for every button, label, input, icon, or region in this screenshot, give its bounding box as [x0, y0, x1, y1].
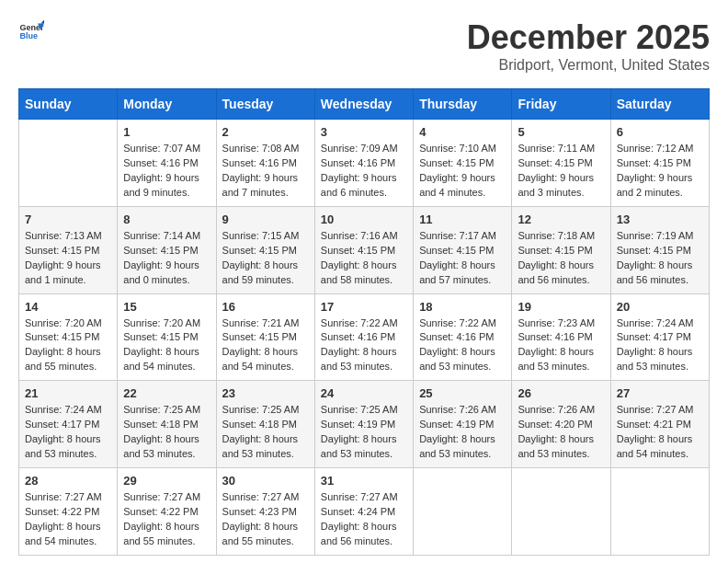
- calendar-cell: 31Sunrise: 7:27 AM Sunset: 4:24 PM Dayli…: [314, 468, 413, 556]
- day-info: Sunrise: 7:24 AM Sunset: 4:17 PM Dayligh…: [25, 403, 111, 462]
- day-info: Sunrise: 7:07 AM Sunset: 4:16 PM Dayligh…: [123, 142, 210, 201]
- location-title: Bridport, Vermont, United States: [467, 57, 710, 74]
- day-info: Sunrise: 7:20 AM Sunset: 4:15 PM Dayligh…: [25, 316, 111, 375]
- day-number: 4: [419, 125, 506, 139]
- logo-icon: General Blue: [18, 18, 44, 44]
- day-info: Sunrise: 7:18 AM Sunset: 4:15 PM Dayligh…: [518, 229, 604, 288]
- calendar-week-row: 7Sunrise: 7:13 AM Sunset: 4:15 PM Daylig…: [19, 206, 710, 293]
- day-number: 29: [123, 474, 210, 488]
- day-number: 5: [518, 125, 604, 139]
- calendar-week-row: 14Sunrise: 7:20 AM Sunset: 4:15 PM Dayli…: [19, 293, 710, 381]
- month-title: December 2025: [467, 18, 710, 57]
- svg-marker-3: [41, 19, 45, 23]
- day-number: 6: [617, 125, 703, 139]
- day-number: 13: [617, 213, 703, 226]
- day-number: 2: [222, 125, 309, 139]
- day-info: Sunrise: 7:27 AM Sunset: 4:21 PM Dayligh…: [617, 403, 703, 462]
- calendar-cell: 3Sunrise: 7:09 AM Sunset: 4:16 PM Daylig…: [314, 120, 413, 207]
- weekday-header-row: SundayMondayTuesdayWednesdayThursdayFrid…: [19, 89, 710, 120]
- day-info: Sunrise: 7:27 AM Sunset: 4:24 PM Dayligh…: [321, 490, 407, 549]
- weekday-header-monday: Monday: [118, 89, 216, 120]
- day-info: Sunrise: 7:26 AM Sunset: 4:19 PM Dayligh…: [419, 403, 506, 462]
- calendar-cell: 21Sunrise: 7:24 AM Sunset: 4:17 PM Dayli…: [19, 381, 118, 468]
- day-number: 17: [321, 300, 407, 314]
- day-number: 15: [123, 300, 210, 314]
- weekday-header-thursday: Thursday: [414, 89, 512, 120]
- calendar-cell: [610, 468, 709, 556]
- calendar-cell: 10Sunrise: 7:16 AM Sunset: 4:15 PM Dayli…: [314, 206, 413, 293]
- day-number: 3: [321, 125, 407, 139]
- day-info: Sunrise: 7:13 AM Sunset: 4:15 PM Dayligh…: [25, 229, 111, 288]
- day-info: Sunrise: 7:27 AM Sunset: 4:23 PM Dayligh…: [222, 490, 309, 549]
- calendar-cell: 8Sunrise: 7:14 AM Sunset: 4:15 PM Daylig…: [118, 206, 216, 293]
- calendar-cell: [19, 120, 118, 207]
- weekday-header-friday: Friday: [512, 89, 610, 120]
- day-info: Sunrise: 7:10 AM Sunset: 4:15 PM Dayligh…: [419, 142, 506, 201]
- day-number: 21: [25, 386, 111, 400]
- day-number: 27: [617, 386, 703, 400]
- day-info: Sunrise: 7:15 AM Sunset: 4:15 PM Dayligh…: [222, 229, 309, 288]
- calendar-cell: 1Sunrise: 7:07 AM Sunset: 4:16 PM Daylig…: [118, 120, 216, 207]
- weekday-header-tuesday: Tuesday: [216, 89, 314, 120]
- calendar-cell: 20Sunrise: 7:24 AM Sunset: 4:17 PM Dayli…: [610, 293, 709, 381]
- day-info: Sunrise: 7:22 AM Sunset: 4:16 PM Dayligh…: [321, 316, 407, 375]
- day-number: 23: [222, 386, 309, 400]
- page-header: General Blue December 2025 Bridport, Ver…: [18, 18, 710, 74]
- calendar-cell: 28Sunrise: 7:27 AM Sunset: 4:22 PM Dayli…: [19, 468, 118, 556]
- calendar-cell: 29Sunrise: 7:27 AM Sunset: 4:22 PM Dayli…: [118, 468, 216, 556]
- weekday-header-wednesday: Wednesday: [314, 89, 413, 120]
- calendar-cell: 4Sunrise: 7:10 AM Sunset: 4:15 PM Daylig…: [414, 120, 512, 207]
- calendar-cell: 9Sunrise: 7:15 AM Sunset: 4:15 PM Daylig…: [216, 206, 314, 293]
- calendar-cell: 16Sunrise: 7:21 AM Sunset: 4:15 PM Dayli…: [216, 293, 314, 381]
- calendar-cell: 19Sunrise: 7:23 AM Sunset: 4:16 PM Dayli…: [512, 293, 610, 381]
- calendar-table: SundayMondayTuesdayWednesdayThursdayFrid…: [18, 88, 710, 556]
- day-number: 19: [518, 300, 604, 314]
- calendar-cell: 11Sunrise: 7:17 AM Sunset: 4:15 PM Dayli…: [414, 206, 512, 293]
- day-info: Sunrise: 7:23 AM Sunset: 4:16 PM Dayligh…: [518, 316, 604, 375]
- calendar-cell: 27Sunrise: 7:27 AM Sunset: 4:21 PM Dayli…: [610, 381, 709, 468]
- calendar-cell: 12Sunrise: 7:18 AM Sunset: 4:15 PM Dayli…: [512, 206, 610, 293]
- day-number: 10: [321, 213, 407, 226]
- day-info: Sunrise: 7:25 AM Sunset: 4:18 PM Dayligh…: [123, 403, 210, 462]
- day-number: 20: [617, 300, 703, 314]
- day-number: 31: [321, 474, 407, 488]
- day-info: Sunrise: 7:12 AM Sunset: 4:15 PM Dayligh…: [617, 142, 703, 201]
- calendar-cell: [512, 468, 610, 556]
- day-info: Sunrise: 7:21 AM Sunset: 4:15 PM Dayligh…: [222, 316, 309, 375]
- day-info: Sunrise: 7:26 AM Sunset: 4:20 PM Dayligh…: [518, 403, 604, 462]
- calendar-week-row: 1Sunrise: 7:07 AM Sunset: 4:16 PM Daylig…: [19, 120, 710, 207]
- day-number: 11: [419, 213, 506, 226]
- weekday-header-saturday: Saturday: [610, 89, 709, 120]
- calendar-cell: [414, 468, 512, 556]
- day-info: Sunrise: 7:27 AM Sunset: 4:22 PM Dayligh…: [25, 490, 111, 549]
- title-block: December 2025 Bridport, Vermont, United …: [467, 18, 710, 74]
- calendar-cell: 30Sunrise: 7:27 AM Sunset: 4:23 PM Dayli…: [216, 468, 314, 556]
- calendar-cell: 2Sunrise: 7:08 AM Sunset: 4:16 PM Daylig…: [216, 120, 314, 207]
- calendar-cell: 14Sunrise: 7:20 AM Sunset: 4:15 PM Dayli…: [19, 293, 118, 381]
- calendar-cell: 7Sunrise: 7:13 AM Sunset: 4:15 PM Daylig…: [19, 206, 118, 293]
- calendar-cell: 17Sunrise: 7:22 AM Sunset: 4:16 PM Dayli…: [314, 293, 413, 381]
- day-info: Sunrise: 7:11 AM Sunset: 4:15 PM Dayligh…: [518, 142, 604, 201]
- day-info: Sunrise: 7:24 AM Sunset: 4:17 PM Dayligh…: [617, 316, 703, 375]
- calendar-week-row: 21Sunrise: 7:24 AM Sunset: 4:17 PM Dayli…: [19, 381, 710, 468]
- day-number: 18: [419, 300, 506, 314]
- day-info: Sunrise: 7:16 AM Sunset: 4:15 PM Dayligh…: [321, 229, 407, 288]
- day-info: Sunrise: 7:14 AM Sunset: 4:15 PM Dayligh…: [123, 229, 210, 288]
- calendar-cell: 23Sunrise: 7:25 AM Sunset: 4:18 PM Dayli…: [216, 381, 314, 468]
- calendar-cell: 15Sunrise: 7:20 AM Sunset: 4:15 PM Dayli…: [118, 293, 216, 381]
- day-number: 1: [123, 125, 210, 139]
- day-number: 25: [419, 386, 506, 400]
- calendar-cell: 13Sunrise: 7:19 AM Sunset: 4:15 PM Dayli…: [610, 206, 709, 293]
- day-number: 22: [123, 386, 210, 400]
- day-number: 9: [222, 213, 309, 226]
- calendar-cell: 5Sunrise: 7:11 AM Sunset: 4:15 PM Daylig…: [512, 120, 610, 207]
- calendar-cell: 26Sunrise: 7:26 AM Sunset: 4:20 PM Dayli…: [512, 381, 610, 468]
- day-info: Sunrise: 7:08 AM Sunset: 4:16 PM Dayligh…: [222, 142, 309, 201]
- day-number: 12: [518, 213, 604, 226]
- svg-text:Blue: Blue: [19, 31, 38, 40]
- calendar-cell: 25Sunrise: 7:26 AM Sunset: 4:19 PM Dayli…: [414, 381, 512, 468]
- day-number: 16: [222, 300, 309, 314]
- weekday-header-sunday: Sunday: [19, 89, 118, 120]
- day-info: Sunrise: 7:22 AM Sunset: 4:16 PM Dayligh…: [419, 316, 506, 375]
- day-number: 26: [518, 386, 604, 400]
